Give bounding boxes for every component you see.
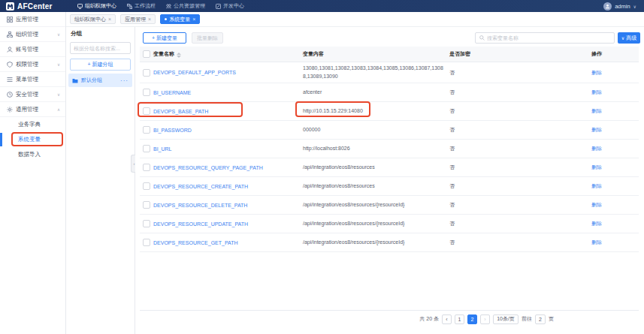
delete-link[interactable]: 删除 xyxy=(591,239,602,245)
group-panel-title: 分组 xyxy=(66,27,135,38)
sidebar-subitem-system-variables[interactable]: 系统变量 xyxy=(0,132,65,147)
variable-name-link[interactable]: BI_URL xyxy=(153,146,172,152)
row-checkbox[interactable] xyxy=(143,69,150,77)
close-icon[interactable]: × xyxy=(192,17,195,22)
close-icon[interactable]: × xyxy=(148,17,151,22)
sidebar: 应用管理 组织管理 ∨ 账号管理 权限管理 ∨ 菜单管理 安全管理 ∨ 通用管理 xyxy=(0,12,66,334)
goto-page-input[interactable] xyxy=(535,314,546,324)
appstore-icon xyxy=(7,17,13,23)
variable-search-box[interactable] xyxy=(475,32,615,44)
table-row: DEVOPS_RESOURCE_GET_PATH /api/integratio… xyxy=(140,233,639,252)
delete-link[interactable]: 删除 xyxy=(591,221,602,226)
variable-name-link[interactable]: DEVOPS_RESOURCE_GET_PATH xyxy=(153,240,238,245)
resources-icon xyxy=(166,4,171,9)
table-body: DEVOPS_DEFAULT_APP_PORTS 13080,13081,130… xyxy=(140,62,639,252)
nav-item-workflow[interactable]: 工作流程 xyxy=(127,2,156,10)
sidebar-item-general-management[interactable]: 通用管理 ∧ xyxy=(0,102,65,117)
sidebar-item-app-management[interactable]: 应用管理 xyxy=(0,12,65,27)
variable-content: /api/integration/eos8/resources xyxy=(303,180,449,193)
delete-link[interactable]: 删除 xyxy=(591,108,602,113)
sidebar-item-security-management[interactable]: 安全管理 ∨ xyxy=(0,87,65,102)
variable-encrypted: 否 xyxy=(449,67,591,79)
top-navbar: AFCenter 组织权限中心 工作流程 公共资源管理 开发中心 xyxy=(0,0,644,12)
variable-name-link[interactable]: DEVOPS_RESOURCE_UPDATE_PATH xyxy=(153,221,248,227)
delete-link[interactable]: 删除 xyxy=(591,70,602,75)
page-button-1[interactable]: 1 xyxy=(455,314,464,324)
delete-link[interactable]: 删除 xyxy=(591,146,602,151)
row-checkbox[interactable] xyxy=(143,220,150,227)
variable-name-link[interactable]: DEVOPS_RESOURCE_CREATE_PATH xyxy=(153,184,248,189)
tab-org-permission-center[interactable]: 组织权限中心× xyxy=(70,14,116,24)
variable-encrypted: 否 xyxy=(449,218,591,230)
variable-search-input[interactable] xyxy=(487,35,610,41)
variable-content: 000000 xyxy=(303,124,449,137)
sidebar-item-permission-management[interactable]: 权限管理 ∨ xyxy=(0,57,65,72)
row-checkbox[interactable] xyxy=(143,89,150,96)
active-dot xyxy=(165,18,167,20)
sidebar-item-account-management[interactable]: 账号管理 xyxy=(0,42,65,57)
folder-icon xyxy=(72,78,78,83)
chevron-down-icon: ∨ xyxy=(621,35,624,41)
group-more-menu-icon[interactable]: ··· xyxy=(120,77,128,84)
new-group-button[interactable]: + 新建分组 xyxy=(70,59,131,71)
sort-icon[interactable] xyxy=(177,53,181,58)
tab-app-management[interactable]: 应用管理× xyxy=(120,14,156,24)
row-checkbox[interactable] xyxy=(143,107,150,115)
select-all-checkbox[interactable] xyxy=(143,50,150,58)
variable-encrypted: 否 xyxy=(449,199,591,211)
page-button-2[interactable]: 2 xyxy=(467,314,477,324)
nav-item-public-resources[interactable]: 公共资源管理 xyxy=(166,2,205,10)
table-row: BI_PASSWORD 000000 否 删除 xyxy=(140,121,639,140)
nav-item-dev-center[interactable]: 开发中心 xyxy=(216,2,244,10)
row-checkbox[interactable] xyxy=(143,164,150,171)
variable-name-link[interactable]: BI_PASSWORD xyxy=(153,128,192,133)
variable-encrypted: 否 xyxy=(449,86,591,98)
variable-name-link[interactable]: DEVOPS_DEFAULT_APP_PORTS xyxy=(153,70,236,75)
row-checkbox[interactable] xyxy=(143,182,150,190)
group-search-input[interactable] xyxy=(70,42,131,54)
nav-item-org-permission-center[interactable]: 组织权限中心 xyxy=(77,2,116,10)
variable-name-link[interactable]: DEVOPS_RESOURCE_QUERY_PAGE_PATH xyxy=(153,165,263,170)
delete-link[interactable]: 删除 xyxy=(591,127,602,132)
delete-link[interactable]: 删除 xyxy=(591,164,602,170)
sidebar-item-org-management[interactable]: 组织管理 ∨ xyxy=(0,27,65,42)
pagination-total: 共 20 条 xyxy=(419,315,439,323)
tab-system-variables[interactable]: 系统变量× xyxy=(160,14,200,24)
pagination: 共 20 条 ‹ 1 2 › 10条/页 前往 页 xyxy=(419,313,554,325)
row-checkbox[interactable] xyxy=(143,145,150,152)
next-page-button[interactable]: › xyxy=(480,314,490,324)
monitor-icon xyxy=(77,4,83,9)
variable-name-link[interactable]: DEVOPS_BASE_PATH xyxy=(153,109,208,114)
delete-link[interactable]: 删除 xyxy=(591,202,602,207)
page-size-select[interactable]: 10条/页 xyxy=(493,314,519,324)
variable-name-link[interactable]: BI_USERNAME xyxy=(153,90,191,95)
sidebar-item-menu-management[interactable]: 菜单管理 xyxy=(0,72,65,87)
page-unit-label: 页 xyxy=(549,315,554,323)
user-menu[interactable]: admin ∨ xyxy=(603,2,644,11)
column-header-variable-name[interactable]: 变量名称 xyxy=(153,48,303,60)
sidebar-subitem-business-dictionary[interactable]: 业务字典 xyxy=(0,117,65,132)
group-item-default[interactable]: 默认分组 ··· xyxy=(68,74,132,87)
prev-page-button[interactable]: ‹ xyxy=(442,314,452,324)
new-variable-button[interactable]: + 新建变量 xyxy=(143,32,186,44)
table-row: DEVOPS_RESOURCE_DELETE_PATH /api/integra… xyxy=(140,196,639,215)
variable-content: 13080,13081,13082,13083,13084,13085,1308… xyxy=(303,62,449,83)
close-icon[interactable]: × xyxy=(108,17,111,22)
delete-link[interactable]: 删除 xyxy=(591,183,602,188)
row-checkbox[interactable] xyxy=(143,201,150,209)
logo-text: AFCenter xyxy=(17,2,53,11)
variable-name-link[interactable]: DEVOPS_RESOURCE_DELETE_PATH xyxy=(153,203,247,208)
advanced-search-button[interactable]: ∨ 高级 xyxy=(618,32,640,44)
sidebar-subitem-data-import[interactable]: 数据导入 xyxy=(0,147,65,162)
row-checkbox[interactable] xyxy=(143,239,150,246)
chevron-down-icon: ∨ xyxy=(57,62,60,67)
row-checkbox[interactable] xyxy=(143,126,150,134)
afcenter-logo[interactable]: AFCenter xyxy=(0,2,71,11)
safety-icon xyxy=(7,92,13,98)
table-row: DEVOPS_BASE_PATH http://10.15.15.229:140… xyxy=(140,102,639,121)
table-row: DEVOPS_DEFAULT_APP_PORTS 13080,13081,130… xyxy=(140,62,639,83)
variable-content: /api/integration/eos8/resources/{resourc… xyxy=(303,236,449,249)
batch-delete-button[interactable]: 批量删除 xyxy=(192,32,223,44)
delete-link[interactable]: 删除 xyxy=(591,89,602,95)
gear-icon xyxy=(7,107,13,113)
